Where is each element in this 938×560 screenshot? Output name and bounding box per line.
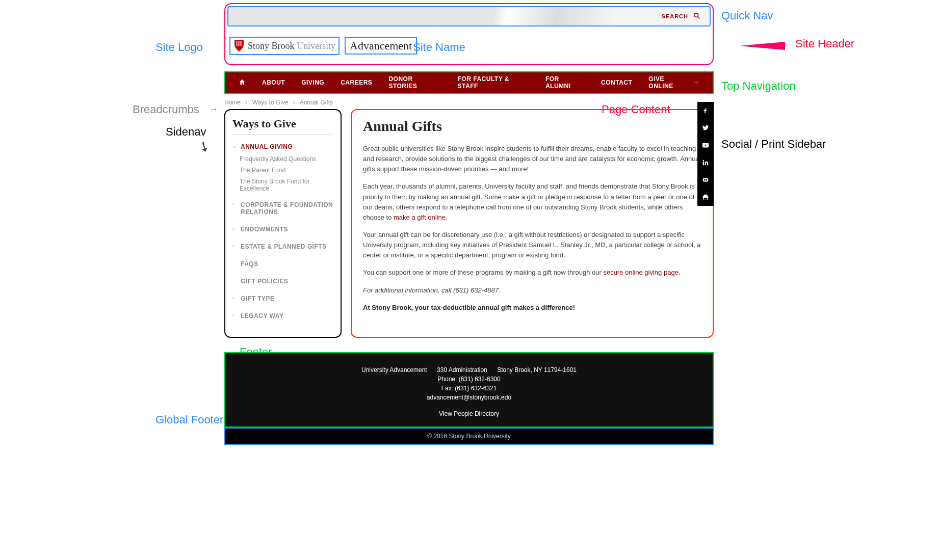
sidenav-section-label: CORPORATE & FOUNDATION RELATIONS xyxy=(241,201,333,216)
header-lower: Stony Brook University Advancement xyxy=(225,29,713,64)
content-p1: Great public universities like Stony Bro… xyxy=(363,144,701,174)
svg-rect-8 xyxy=(703,178,709,182)
sidenav-section[interactable]: ⌄ANNUAL GIVING xyxy=(232,140,333,153)
sidenav-subitem[interactable]: The Parent Fund xyxy=(240,165,333,176)
arrow-siteheader xyxy=(739,42,785,50)
copyright: © 2016 Stony Brook University xyxy=(427,433,511,440)
content-p4: You can support one or more of these pro… xyxy=(363,268,701,278)
sidenav-section[interactable]: GIFT POLICIES xyxy=(232,275,333,288)
nav-faculty-staff[interactable]: FOR FACULTY & STAFF xyxy=(450,72,537,93)
sidenav-section-label: ANNUAL GIVING xyxy=(241,143,293,150)
shield-icon xyxy=(233,39,245,52)
link-secure-giving[interactable]: secure online giving page xyxy=(603,269,678,276)
quick-nav-bar: SEARCH xyxy=(227,6,711,26)
global-footerbar: © 2016 Stony Brook University xyxy=(224,428,714,445)
sidenav-section[interactable]: ›CORPORATE & FOUNDATION RELATIONS xyxy=(232,198,333,219)
sidenav-subitem[interactable]: The Stony Brook Fund for Excellence xyxy=(240,176,333,194)
svg-line-1 xyxy=(698,16,700,18)
sidenav-section[interactable]: ›GIFT TYPE xyxy=(232,292,333,305)
sidenav-section[interactable]: ›LEGACY WAY xyxy=(232,309,333,323)
annot-social: Social / Print Sidebar xyxy=(721,137,826,152)
sidenav-section-label: ESTATE & PLANNED GIFTS xyxy=(241,243,327,250)
sidenav-section[interactable]: FAQS xyxy=(232,257,333,271)
chevron-down-icon: ⌄ xyxy=(232,143,238,149)
annot-sidenav: Sidenav xyxy=(166,125,206,139)
svg-point-7 xyxy=(703,160,704,161)
content-p2: Each year, thousands of alumni, parents,… xyxy=(363,181,701,223)
annot-quicknav: Quick Nav xyxy=(721,9,773,22)
footer-addr1: 330 Administration xyxy=(437,366,487,374)
social-sidebar xyxy=(697,102,714,206)
sidenav-section-label: ENDOWMENTS xyxy=(241,226,288,233)
sidenav-section-label: GIFT POLICIES xyxy=(241,278,288,285)
nav-alumni[interactable]: FOR ALUMNI xyxy=(537,72,593,93)
home-icon xyxy=(239,78,246,87)
sidenav-section-label: GIFT TYPE xyxy=(241,295,275,302)
nav-careers[interactable]: CAREERS xyxy=(332,72,380,93)
sidenav-section-label: LEGACY WAY xyxy=(241,312,283,319)
nav-contact[interactable]: CONTACT xyxy=(593,72,640,93)
nav-home[interactable] xyxy=(230,72,254,93)
print-icon[interactable] xyxy=(697,189,714,206)
annot-breadcrumbs: Breadcrumbs xyxy=(133,103,199,116)
arrow-breadcrumbs: → xyxy=(209,104,218,115)
nav-donor-stories[interactable]: DONOR STORIES xyxy=(380,72,449,93)
arrow-sidenav: ➘ xyxy=(196,138,214,157)
sidenav-section[interactable]: ›ENDOWMENTS xyxy=(232,223,333,236)
page-content: Annual Gifts Great public universities l… xyxy=(351,109,714,338)
sidenav-subitem[interactable]: Frequently Asked Questions xyxy=(240,153,333,165)
site-logo[interactable]: Stony Brook University xyxy=(229,37,340,55)
search-icon[interactable] xyxy=(693,12,700,21)
svg-point-10 xyxy=(706,179,707,181)
breadcrumb-home[interactable]: Home xyxy=(224,99,241,106)
svg-rect-6 xyxy=(703,162,704,165)
sidenav-section[interactable]: ›ESTATE & PLANNED GIFTS xyxy=(232,240,333,253)
site-header: SEARCH Stony Brook University Advancemen… xyxy=(224,3,714,65)
chevron-right-icon: › xyxy=(232,201,238,207)
annot-siteheader: Site Header xyxy=(795,37,854,51)
svg-point-0 xyxy=(694,13,698,17)
site-name[interactable]: Advancement xyxy=(345,37,417,55)
sidenav-section-label: FAQS xyxy=(241,260,258,268)
svg-rect-4 xyxy=(240,41,242,46)
chevron-right-icon: › xyxy=(232,226,238,231)
facebook-icon[interactable] xyxy=(697,102,714,119)
chevron-right-icon: › xyxy=(232,295,238,301)
nav-about[interactable]: ABOUT xyxy=(254,72,293,93)
svg-rect-2 xyxy=(236,41,238,46)
top-navigation: ABOUT GIVING CAREERS DONOR STORIES FOR F… xyxy=(224,71,714,94)
sidenav: Ways to Give ⌄ANNUAL GIVINGFrequently As… xyxy=(224,109,342,338)
chevron-right-icon: › xyxy=(232,243,238,249)
page-title: Annual Gifts xyxy=(363,118,701,135)
svg-rect-3 xyxy=(238,41,240,46)
annot-topnav: Top Navigation xyxy=(721,79,796,93)
footer-directory-link[interactable]: View People Directory xyxy=(439,410,499,417)
nav-give-online[interactable]: GIVE ONLINE→ xyxy=(640,72,708,93)
breadcrumb-ways[interactable]: Ways to Give xyxy=(252,99,289,106)
svg-point-9 xyxy=(704,179,706,181)
footer-email[interactable]: advancement@stonybrook.edu xyxy=(427,394,511,401)
linkedin-icon[interactable] xyxy=(697,154,714,171)
content-p5: For additional information, call (631) 6… xyxy=(363,285,701,296)
footer-addr2: Stony Brook, NY 11794-1601 xyxy=(497,366,577,374)
footer-org: University Advancement xyxy=(361,366,427,374)
divider xyxy=(232,135,333,135)
link-make-gift[interactable]: make a gift online xyxy=(394,214,446,221)
logo-text: Stony Brook University xyxy=(248,41,335,51)
twitter-icon[interactable] xyxy=(697,119,714,137)
site-footer: University Advancement 330 Administratio… xyxy=(224,352,714,428)
breadcrumb-current: Annual Gifts xyxy=(300,99,333,106)
footer-fax: Fax: (631) 632-6321 xyxy=(230,385,708,392)
youtube-icon[interactable] xyxy=(697,137,714,154)
nav-giving[interactable]: GIVING xyxy=(293,72,332,93)
svg-rect-11 xyxy=(704,195,708,196)
arrow-right-icon: → xyxy=(693,79,700,86)
chevron-right-icon: › xyxy=(245,99,247,106)
search-label[interactable]: SEARCH xyxy=(662,13,688,19)
svg-rect-13 xyxy=(704,198,708,200)
flickr-icon[interactable] xyxy=(697,171,714,189)
chevron-right-icon: › xyxy=(232,312,238,318)
content-p3: Your annual gift can be for discretionar… xyxy=(363,230,701,260)
footer-phone: Phone: (631) 632-6300 xyxy=(230,376,708,383)
content-p6: At Stony Brook, your tax-deductible annu… xyxy=(363,303,701,313)
